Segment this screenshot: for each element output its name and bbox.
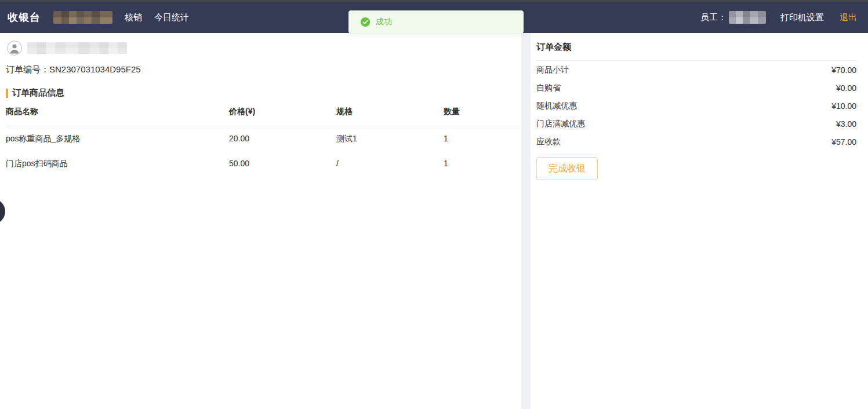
order-number-row: 订单编号：SN2307031034D95F25 xyxy=(6,64,521,75)
col-header-product-name: 商品名称 xyxy=(6,107,229,117)
app-title: 收银台 xyxy=(8,10,41,24)
printer-settings-button[interactable]: 打印机设置 xyxy=(780,12,824,23)
cell-price: 20.00 xyxy=(229,134,336,144)
main-content: 订单编号：SN2307031034D95F25 订单商品信息 商品名称 价格(¥… xyxy=(0,33,868,409)
summary-value: ¥3.00 xyxy=(836,119,856,129)
left-pane-scrollbar-gutter[interactable] xyxy=(521,33,531,409)
summary-value: ¥10.00 xyxy=(831,101,856,111)
col-header-quantity: 数量 xyxy=(444,107,520,117)
order-detail-pane: 订单编号：SN2307031034D95F25 订单商品信息 商品名称 价格(¥… xyxy=(0,33,521,409)
col-header-price: 价格(¥) xyxy=(229,107,336,117)
summary-row-amount-due: 应收款 ¥57.00 xyxy=(536,133,856,151)
col-header-spec: 规格 xyxy=(336,107,444,117)
summary-label: 自购省 xyxy=(536,83,561,93)
complete-checkout-button[interactable]: 完成收银 xyxy=(536,157,598,180)
order-number-value: SN2307031034D95F25 xyxy=(49,64,141,74)
summary-row-store-discount: 门店满减优惠 ¥3.00 xyxy=(536,115,856,133)
table-row: pos称重商品_多规格 20.00 测试1 1 xyxy=(6,126,520,151)
toast-message: 成功 xyxy=(376,17,392,27)
nav-item-today-stats[interactable]: 今日统计 xyxy=(154,12,189,23)
user-avatar-icon xyxy=(7,41,22,56)
summary-label: 商品小计 xyxy=(536,65,569,75)
summary-label: 随机减优惠 xyxy=(536,101,577,111)
cell-spec: 测试1 xyxy=(336,134,444,144)
cell-product-name: pos称重商品_多规格 xyxy=(6,134,229,144)
summary-row-subtotal: 商品小计 ¥70.00 xyxy=(536,61,856,79)
cell-spec: / xyxy=(336,159,444,169)
employee-label: 员工： xyxy=(700,12,727,23)
summary-label: 应收款 xyxy=(536,137,561,147)
table-row: 门店pos扫码商品 50.00 / 1 xyxy=(6,151,520,176)
customer-name-redacted xyxy=(27,42,127,54)
success-toast: 成功 xyxy=(348,10,524,34)
nav-item-verify[interactable]: 核销 xyxy=(125,12,142,23)
summary-row-random-discount: 随机减优惠 ¥10.00 xyxy=(536,97,856,115)
store-name-redacted xyxy=(53,11,112,24)
summary-value: ¥0.00 xyxy=(836,83,856,93)
order-amount-title: 订单金额 xyxy=(536,40,856,61)
navbar-right-group: 员工： 打印机设置 退出 xyxy=(700,11,857,24)
order-items-table: 商品名称 价格(¥) 规格 数量 pos称重商品_多规格 20.00 测试1 1… xyxy=(6,107,520,176)
logout-button[interactable]: 退出 xyxy=(840,12,857,23)
employee-name-redacted xyxy=(729,11,766,24)
order-items-section-header: 订单商品信息 xyxy=(6,87,521,98)
table-header-row: 商品名称 价格(¥) 规格 数量 xyxy=(6,107,520,126)
summary-value: ¥70.00 xyxy=(831,65,856,75)
summary-row-self-purchase-saving: 自购省 ¥0.00 xyxy=(536,79,856,97)
cell-product-name: 门店pos扫码商品 xyxy=(6,159,229,169)
success-check-circle-icon xyxy=(361,17,370,27)
cell-price: 50.00 xyxy=(229,159,336,169)
cell-quantity: 1 xyxy=(444,159,520,169)
summary-value: ¥57.00 xyxy=(831,137,856,147)
summary-label: 门店满减优惠 xyxy=(536,119,585,129)
order-amount-pane: 订单金额 商品小计 ¥70.00 自购省 ¥0.00 随机减优惠 ¥10.00 … xyxy=(531,33,868,409)
cell-quantity: 1 xyxy=(444,134,520,144)
section-accent-bar xyxy=(6,89,8,98)
customer-row xyxy=(7,41,521,56)
section-title: 订单商品信息 xyxy=(12,87,64,98)
order-number-label: 订单编号： xyxy=(6,64,49,74)
